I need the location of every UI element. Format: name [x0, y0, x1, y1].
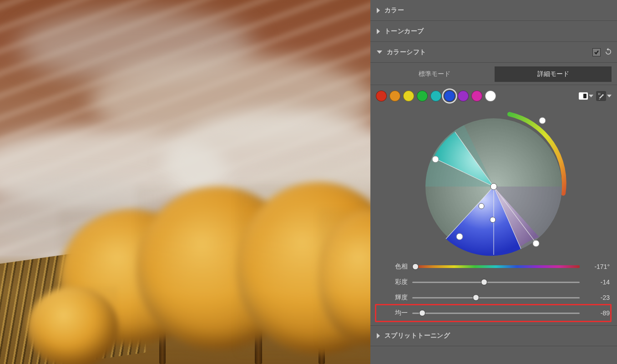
slider-luminance-value: -23	[584, 294, 610, 301]
eyedropper-bar-icon: H	[596, 91, 606, 101]
swatch-purple[interactable]	[458, 91, 469, 101]
slider-saturation-knob[interactable]	[481, 279, 487, 285]
swatch-orange[interactable]	[389, 91, 400, 101]
app-root: カラー トーンカーブ カラーシフト 標準モード 詳細モード	[0, 0, 617, 364]
color-swatches: H	[370, 85, 617, 104]
chevron-down-icon	[607, 95, 612, 97]
swatch-blue[interactable]	[444, 91, 455, 101]
chevron-right-icon	[377, 8, 380, 13]
mode-standard[interactable]: 標準モード	[376, 66, 493, 82]
image-preview[interactable]	[0, 0, 370, 364]
range-selector-icon	[579, 92, 588, 100]
swatch-green[interactable]	[417, 91, 428, 101]
svg-point-14	[432, 156, 439, 162]
section-split-toning[interactable]: スプリットトーニング	[370, 325, 617, 346]
section-enable-checkbox[interactable]	[592, 48, 601, 56]
hue-sat-toggle[interactable]: H	[596, 91, 612, 101]
section-color-shift-title: カラーシフト	[387, 48, 426, 56]
slider-hue-value: -171°	[584, 263, 610, 270]
chevron-right-icon	[377, 29, 380, 34]
slider-saturation-label: 彩度	[378, 278, 408, 286]
develop-panel: カラー トーンカーブ カラーシフト 標準モード 詳細モード	[370, 0, 617, 364]
color-wheel[interactable]	[370, 104, 617, 259]
slider-hue[interactable]: 色相 -171°	[378, 259, 610, 274]
swatch-cyan[interactable]	[430, 91, 441, 101]
reset-button[interactable]	[604, 47, 612, 57]
slider-luminance[interactable]: 輝度 -23	[378, 290, 610, 305]
svg-point-10	[491, 183, 497, 190]
svg-point-13	[456, 233, 463, 240]
slider-uniformity[interactable]: 均一 -89	[378, 305, 610, 321]
svg-point-12	[490, 217, 496, 222]
swatch-yellow[interactable]	[403, 91, 414, 101]
chevron-down-icon	[589, 95, 593, 97]
section-color-title: カラー	[384, 6, 404, 15]
slider-saturation-value: -14	[584, 278, 610, 286]
section-color-shift[interactable]: カラーシフト	[370, 42, 617, 63]
slider-luminance-label: 輝度	[378, 293, 408, 302]
slider-uniformity-value: -89	[584, 309, 610, 317]
section-tone-curve-title: トーンカーブ	[384, 27, 424, 35]
section-tone-curve[interactable]: トーンカーブ	[370, 21, 617, 42]
svg-point-1	[602, 94, 603, 96]
swatch-magenta[interactable]	[471, 91, 482, 101]
slider-hue-knob[interactable]	[412, 263, 419, 270]
swatch-red[interactable]	[376, 91, 387, 101]
svg-text:H: H	[598, 92, 600, 96]
slider-uniformity-knob[interactable]	[419, 310, 425, 316]
svg-point-15	[533, 240, 539, 247]
chevron-down-icon	[377, 51, 382, 54]
chevron-right-icon	[377, 333, 380, 339]
swatch-white[interactable]	[485, 91, 496, 101]
section-color[interactable]: カラー	[370, 0, 617, 21]
svg-point-16	[539, 117, 546, 124]
svg-point-11	[479, 203, 484, 209]
slider-saturation[interactable]: 彩度 -14	[378, 274, 610, 290]
range-selector-tool[interactable]	[579, 92, 593, 100]
slider-hue-label: 色相	[378, 263, 408, 271]
slider-group: 色相 -171° 彩度 -14 輝度 -23 均一 -89	[370, 259, 617, 325]
mode-advanced[interactable]: 詳細モード	[495, 66, 612, 82]
section-split-toning-title: スプリットトーニング	[384, 332, 450, 340]
mode-tabs: 標準モード 詳細モード	[370, 63, 617, 85]
slider-luminance-knob[interactable]	[473, 294, 479, 301]
slider-uniformity-label: 均一	[378, 309, 408, 317]
